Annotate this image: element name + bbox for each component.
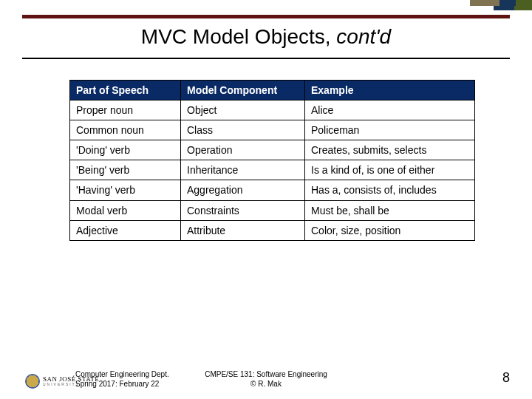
- cell: Inheritance: [181, 160, 305, 180]
- footer-center: CMPE/SE 131: Software Engineering © R. M…: [0, 370, 532, 389]
- ornament-row: [470, 0, 532, 6]
- cell: Policeman: [305, 120, 475, 140]
- footer-copyright: © R. Mak: [0, 380, 532, 389]
- ornament-block: [494, 6, 514, 10]
- table-row: Modal verb Constraints Must be, shall be: [70, 200, 475, 220]
- footer-course: CMPE/SE 131: Software Engineering: [0, 370, 532, 380]
- cell: Creates, submits, selects: [305, 140, 475, 160]
- cell: Adjective: [70, 220, 181, 240]
- col-header: Example: [305, 81, 475, 100]
- table-container: Part of Speech Model Component Example P…: [69, 80, 474, 241]
- cell: Object: [181, 100, 305, 120]
- title-italic: cont'd: [336, 25, 391, 48]
- slide-footer: SAN JOSÉ STATE UNIVERSITY Computer Engin…: [0, 359, 532, 389]
- slide: MVC Model Objects, cont'd Part of Speech…: [0, 0, 532, 399]
- table-row: 'Having' verb Aggregation Has a, consist…: [70, 180, 475, 200]
- cell: Modal verb: [70, 200, 181, 220]
- cell: Operation: [181, 140, 305, 160]
- slide-title: MVC Model Objects, cont'd: [0, 25, 532, 49]
- col-header: Model Component: [181, 81, 305, 100]
- title-rule-top: [22, 15, 510, 18]
- cell: Constraints: [181, 200, 305, 220]
- cell: Color, size, position: [305, 220, 475, 240]
- mvc-table: Part of Speech Model Component Example P…: [69, 80, 475, 241]
- cell: Must be, shall be: [305, 200, 475, 220]
- cell: 'Being' verb: [70, 160, 181, 180]
- cell: 'Doing' verb: [70, 140, 181, 160]
- page-number: 8: [502, 370, 510, 386]
- col-header: Part of Speech: [70, 81, 181, 100]
- cell: Has a, consists of, includes: [305, 180, 475, 200]
- ornament-block: [516, 0, 532, 6]
- table-row: 'Doing' verb Operation Creates, submits,…: [70, 140, 475, 160]
- cell: Is a kind of, is one of either: [305, 160, 475, 180]
- cell: Alice: [305, 100, 475, 120]
- cell: Class: [181, 120, 305, 140]
- ornament-row: [494, 6, 532, 10]
- cell: 'Having' verb: [70, 180, 181, 200]
- table-row: Common noun Class Policeman: [70, 120, 475, 140]
- table-row: 'Being' verb Inheritance Is a kind of, i…: [70, 160, 475, 180]
- table-row: Adjective Attribute Color, size, positio…: [70, 220, 475, 240]
- cell: Attribute: [181, 220, 305, 240]
- ornament-block: [470, 0, 499, 6]
- cell: Common noun: [70, 120, 181, 140]
- cell: Aggregation: [181, 180, 305, 200]
- corner-ornament: [470, 0, 532, 10]
- title-rule-bottom: [22, 58, 510, 59]
- title-main: MVC Model Objects,: [141, 25, 337, 48]
- table-row: Proper noun Object Alice: [70, 100, 475, 120]
- ornament-block: [499, 0, 516, 6]
- ornament-block: [514, 6, 532, 10]
- cell: Proper noun: [70, 100, 181, 120]
- table-header-row: Part of Speech Model Component Example: [70, 81, 475, 100]
